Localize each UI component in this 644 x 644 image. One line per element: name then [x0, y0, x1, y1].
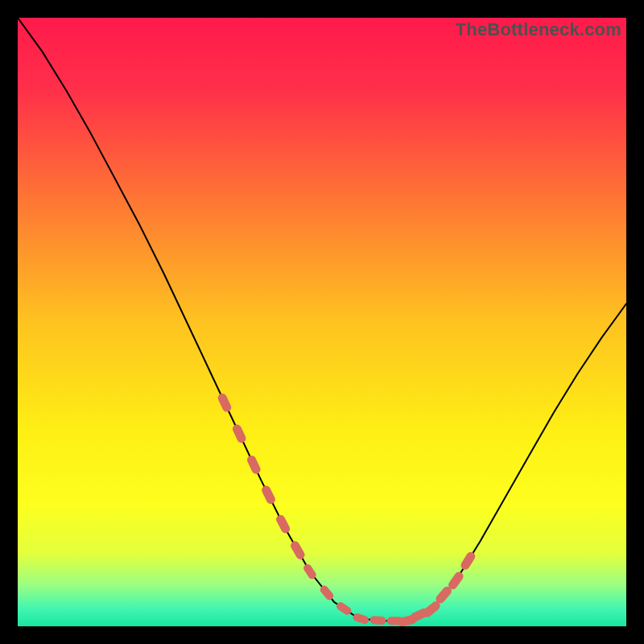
chart-frame: TheBottleneck.com	[18, 18, 626, 626]
gradient-background	[18, 18, 626, 626]
plot-area: TheBottleneck.com	[18, 18, 626, 626]
svg-rect-10	[369, 616, 386, 625]
chart-svg	[18, 18, 626, 626]
